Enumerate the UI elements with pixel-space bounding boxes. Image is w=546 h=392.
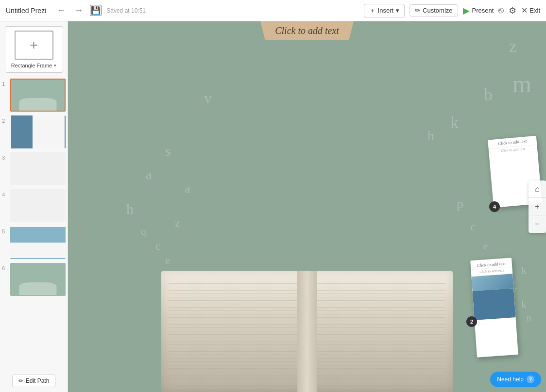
- bg-letter-a2: a: [185, 181, 190, 196]
- zoom-controls: ⌂ + −: [529, 180, 546, 233]
- insert-button[interactable]: ＋ Insert ▾: [364, 4, 405, 17]
- bg-letter-b: b: [484, 84, 493, 105]
- save-icon[interactable]: 💾: [90, 5, 102, 16]
- frame-label: Rectangle Frame: [11, 63, 52, 68]
- slide-thumbnail-5[interactable]: [10, 226, 66, 259]
- path-dot-2[interactable]: 2: [466, 316, 477, 327]
- slide-item-2[interactable]: 2: [2, 115, 66, 148]
- path-dot-4[interactable]: 4: [489, 201, 500, 212]
- slide-thumbnail-6[interactable]: [10, 263, 66, 296]
- canvas-card-lower-left[interactable]: Click to add text Click to add text: [470, 258, 518, 357]
- bg-letter-p: p: [457, 196, 463, 212]
- header: Untitled Prezi ← → 💾 Saved at 10:51 ＋ In…: [0, 0, 546, 21]
- need-help-label: Need help: [497, 376, 524, 383]
- pen-icon: ✏: [415, 7, 420, 14]
- share-icon: ⎋: [498, 5, 504, 15]
- insert-chevron-icon: ▾: [396, 7, 399, 14]
- edit-path-button[interactable]: ✏ Edit Path: [12, 375, 56, 387]
- slide-number-4: 4: [2, 192, 8, 197]
- slide-number-1: 1: [2, 82, 8, 87]
- slide-item-1[interactable]: 1: [2, 79, 66, 112]
- slide-item-5[interactable]: 5: [2, 226, 66, 259]
- pencil-icon: ✏: [18, 377, 23, 384]
- save-status: Saved at 10:51: [106, 7, 146, 14]
- bg-letter-s: s: [165, 143, 171, 159]
- bg-letter-c2: c: [470, 220, 476, 233]
- bg-letter-a: a: [146, 167, 152, 182]
- canvas[interactable]: z m v k b s h a h z q c e p c e z a k v …: [68, 21, 546, 392]
- undo-button[interactable]: ←: [55, 4, 68, 16]
- slide-item-6[interactable]: 6: [2, 263, 66, 296]
- zoom-home-button[interactable]: ⌂: [529, 180, 546, 198]
- slide-number-6: 6: [2, 266, 8, 271]
- bg-letter-k: k: [450, 114, 459, 132]
- bg-letter-m: m: [512, 70, 531, 98]
- help-question-icon: ?: [527, 376, 534, 383]
- top-text-banner[interactable]: Click to add text: [260, 21, 354, 40]
- slide-number-3: 3: [2, 155, 8, 161]
- slide-number-2: 2: [2, 118, 8, 124]
- slide-thumbnail-1[interactable]: [10, 79, 66, 112]
- zoom-in-button[interactable]: +: [529, 198, 546, 215]
- book-spine: [297, 271, 317, 392]
- share-button[interactable]: ⎋: [498, 5, 504, 16]
- insert-icon: ＋: [369, 6, 375, 15]
- zoom-out-button[interactable]: −: [529, 215, 546, 233]
- slide-thumbnail-3[interactable]: [10, 152, 66, 185]
- need-help-button[interactable]: Need help ?: [490, 372, 541, 387]
- close-icon: ✕: [521, 6, 528, 15]
- card-lower-blue-block: [473, 288, 516, 320]
- bg-letter-h2: h: [126, 201, 134, 217]
- present-button[interactable]: ▶ Present: [463, 5, 494, 16]
- zoom-out-icon: −: [535, 220, 539, 229]
- app-title: Untitled Prezi: [6, 7, 46, 15]
- play-icon: ▶: [463, 5, 470, 16]
- frame-selector[interactable]: + Rectangle Frame ▾: [5, 26, 63, 73]
- slide-item-3[interactable]: 3: [2, 152, 66, 185]
- zoom-in-icon: +: [535, 202, 539, 211]
- settings-button[interactable]: ⚙: [509, 5, 516, 16]
- customize-button[interactable]: ✏ Customize: [410, 4, 458, 16]
- bg-letter-h: h: [427, 128, 434, 144]
- slide-thumbnail-4[interactable]: [10, 189, 66, 222]
- bg-letter-z2: z: [175, 215, 181, 230]
- bg-letter-z: z: [509, 36, 517, 56]
- bg-letter-v: v: [204, 89, 212, 107]
- main-layout: + Rectangle Frame ▾ 1 2 3 4 5: [0, 21, 546, 392]
- slide-number-5: 5: [2, 229, 8, 234]
- slide-thumbnail-2[interactable]: [10, 115, 66, 148]
- top-banner-text: Click to add text: [275, 25, 339, 36]
- frame-chevron-icon: ▾: [54, 63, 56, 68]
- redo-button[interactable]: →: [72, 4, 85, 16]
- exit-button[interactable]: ✕ Exit: [521, 6, 540, 15]
- gear-icon: ⚙: [509, 6, 516, 16]
- slide-item-4[interactable]: 4: [2, 189, 66, 222]
- sidebar: + Rectangle Frame ▾ 1 2 3 4 5: [0, 21, 68, 392]
- book-pages: [161, 271, 453, 392]
- home-icon: ⌂: [535, 185, 540, 194]
- add-frame-icon: +: [15, 31, 53, 60]
- bg-letter-q: q: [141, 225, 146, 238]
